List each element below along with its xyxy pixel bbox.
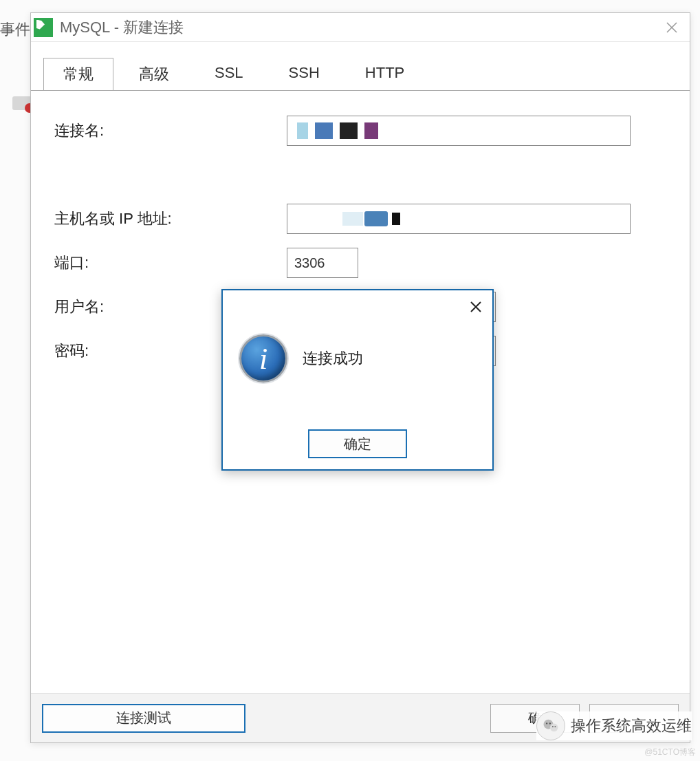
host-label: 主机名或 IP 地址: <box>52 208 287 229</box>
tab-general[interactable]: 常规 <box>43 58 113 91</box>
success-modal: i 连接成功 确定 <box>221 289 494 471</box>
port-input[interactable]: 3306 <box>287 248 358 278</box>
watermark: @51CTO博客 <box>644 747 696 758</box>
dialog-title: MySQL - 新建连接 <box>60 17 184 38</box>
modal-ok-button[interactable]: 确定 <box>308 429 407 458</box>
info-icon: i <box>239 334 287 383</box>
host-input[interactable] <box>287 204 631 234</box>
tab-advanced[interactable]: 高级 <box>119 58 189 91</box>
svg-point-4 <box>552 726 554 727</box>
port-label: 端口: <box>52 253 287 273</box>
redacted-host <box>294 211 400 226</box>
svg-point-2 <box>546 722 547 724</box>
svg-point-3 <box>549 722 551 724</box>
titlebar: MySQL - 新建连接 <box>31 13 690 42</box>
background-stop-icon <box>12 96 32 110</box>
tab-ssl[interactable]: SSL <box>195 58 263 91</box>
background-tab-label: 事件 <box>0 19 30 40</box>
wechat-overlay: 操作系统高效运维 <box>536 711 692 740</box>
modal-close-button[interactable] <box>463 294 488 319</box>
modal-message: 连接成功 <box>303 348 363 369</box>
tab-ssh[interactable]: SSH <box>269 58 340 91</box>
navicat-app-icon <box>34 18 53 37</box>
dialog-close-button[interactable] <box>658 14 686 41</box>
svg-point-1 <box>550 724 558 732</box>
svg-point-5 <box>554 726 556 727</box>
wechat-text: 操作系统高效运维 <box>571 716 692 736</box>
tab-bar: 常规 高级 SSL SSH HTTP <box>31 42 690 90</box>
tab-http[interactable]: HTTP <box>345 58 424 91</box>
redacted-name <box>294 122 378 139</box>
connection-name-input[interactable] <box>287 116 631 146</box>
wechat-icon <box>536 711 565 740</box>
test-connection-button[interactable]: 连接测试 <box>42 704 245 733</box>
connection-name-label: 连接名: <box>52 120 287 141</box>
